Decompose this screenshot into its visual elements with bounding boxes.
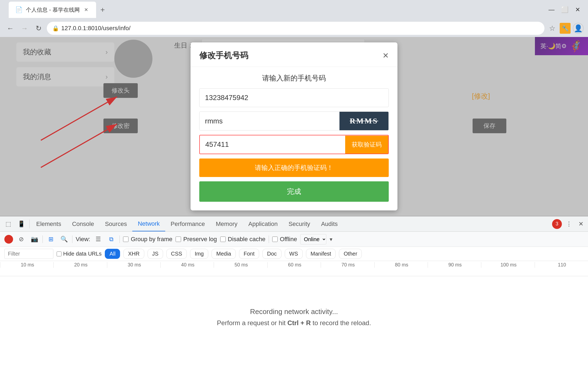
modal-subtitle: 请输入新的手机号码 (199, 73, 389, 83)
filter-other[interactable]: Other (339, 249, 362, 259)
captcha-image: RMMS (339, 112, 388, 130)
browser-tab[interactable]: 📄 个人信息 - 慕学在线网 ✕ (9, 2, 96, 18)
filter-all[interactable]: All (105, 249, 120, 259)
preserve-log-checkbox[interactable] (176, 237, 181, 242)
timeline-tick-10: 10 ms (0, 262, 53, 268)
toolbar-sep-1 (42, 235, 43, 243)
hide-data-urls-label[interactable]: Hide data URLs (57, 251, 102, 257)
camera-icon[interactable]: 📷 (29, 234, 39, 244)
window-controls: — ⬜ ✕ (546, 4, 584, 16)
empty-subtitle-prefix: Perform a request or hit (217, 319, 287, 327)
profile-icon[interactable]: 👤 (573, 23, 584, 34)
group-by-frame-label[interactable]: Group by frame (123, 236, 172, 243)
timeline-tick-40: 40 ms (160, 262, 214, 268)
tab-sources[interactable]: Sources (99, 216, 132, 231)
close-button[interactable]: ✕ (572, 4, 584, 16)
hide-data-urls-checkbox[interactable] (57, 251, 62, 256)
modal-close-button[interactable]: ✕ (382, 51, 389, 60)
search-icon[interactable]: 🔍 (59, 234, 69, 244)
timeline-tick-50: 50 ms (214, 262, 267, 268)
filter-input[interactable] (4, 249, 53, 259)
maximize-button[interactable]: ⬜ (559, 4, 571, 16)
waterfall-view-icon[interactable]: ⧉ (106, 234, 116, 244)
filter-bar: Hide data URLs All XHR JS CSS Img Media … (0, 247, 588, 261)
filter-font[interactable]: Font (239, 249, 259, 259)
tab-network[interactable]: Network (132, 216, 165, 231)
lock-icon: 🔒 (52, 25, 59, 32)
captcha-row: RMMS (199, 111, 389, 131)
device-toolbar-icon[interactable]: 📱 (14, 218, 28, 230)
tab-performance[interactable]: Performance (165, 216, 210, 231)
view-label: View: (76, 236, 90, 243)
offline-label[interactable]: Offline (272, 236, 297, 243)
devtools-panel: ⬚ 📱 Elements Console Sources Network Per… (0, 216, 588, 379)
submit-button[interactable]: 完成 (199, 181, 389, 202)
inspect-element-icon[interactable]: ⬚ (2, 218, 14, 230)
filter-js[interactable]: JS (148, 249, 163, 259)
empty-shortcut: Ctrl + R (287, 319, 311, 327)
tab-audits[interactable]: Audits (316, 216, 343, 231)
disable-cache-checkbox[interactable] (220, 237, 226, 242)
address-bar[interactable]: 🔒 127.0.0.1:8010/users/info/ (47, 22, 544, 35)
disable-cache-label[interactable]: Disable cache (220, 236, 265, 243)
tab-application[interactable]: Application (243, 216, 283, 231)
timeline-tick-80: 80 ms (374, 262, 428, 268)
modal-title: 修改手机号码 (199, 50, 248, 61)
timeline-tick-60: 60 ms (267, 262, 321, 268)
captcha-input[interactable] (200, 112, 339, 130)
minimize-button[interactable]: — (546, 4, 558, 16)
back-button[interactable]: ← (4, 22, 16, 34)
filter-doc[interactable]: Doc (262, 249, 281, 259)
toolbar-sep-4 (269, 235, 269, 243)
tab-elements[interactable]: Elements (31, 216, 67, 231)
tab-favicon: 📄 (15, 6, 23, 13)
filter-img[interactable]: Img (190, 249, 208, 259)
empty-title: Recording network activity... (250, 307, 338, 316)
filter-icon[interactable]: ⊞ (46, 234, 56, 244)
list-view-icon[interactable]: ☰ (93, 234, 103, 244)
modal-overlay: 修改手机号码 ✕ 请输入新的手机号码 RMMS (0, 37, 588, 216)
tab-memory[interactable]: Memory (210, 216, 243, 231)
timeline-tick-70: 70 ms (321, 262, 374, 268)
devtools-tab-bar: ⬚ 📱 Elements Console Sources Network Per… (0, 216, 588, 232)
empty-subtitle-suffix: to record the reload. (311, 319, 371, 327)
network-toolbar: ⊘ 📷 ⊞ 🔍 View: ☰ ⧉ Group by frame (0, 232, 588, 247)
filter-manifest[interactable]: Manifest (306, 249, 336, 259)
offline-checkbox[interactable] (272, 237, 278, 242)
throttle-down-icon[interactable]: ▾ (330, 236, 332, 243)
phone-input[interactable] (199, 88, 389, 107)
devtools-menu-icon[interactable]: ⋮ (564, 219, 574, 229)
group-by-frame-checkbox[interactable] (123, 237, 128, 242)
empty-state: Recording network activity... Perform a … (0, 276, 588, 358)
tab-title: 个人信息 - 慕学在线网 (26, 6, 80, 14)
error-badge[interactable]: 3 (552, 219, 562, 229)
error-bar: 请输入正确的手机验证码！ (199, 159, 389, 177)
stop-recording-icon[interactable]: ⊘ (16, 234, 26, 244)
code-input[interactable] (200, 135, 345, 154)
forward-button[interactable]: → (19, 22, 30, 34)
timeline-tick-90: 90 ms (428, 262, 481, 268)
new-tab-button[interactable]: + (98, 3, 107, 16)
filter-xhr[interactable]: XHR (123, 249, 144, 259)
tab-security[interactable]: Security (283, 216, 316, 231)
empty-subtitle: Perform a request or hit Ctrl + R to rec… (217, 319, 371, 327)
modal: 修改手机号码 ✕ 请输入新的手机号码 RMMS (191, 42, 397, 210)
star-icon[interactable]: ☆ (547, 23, 558, 34)
timeline-tick-30: 30 ms (107, 262, 160, 268)
modal-header: 修改手机号码 ✕ (191, 42, 397, 67)
network-throttle-select[interactable]: Online (300, 234, 326, 244)
tab-close-icon[interactable]: ✕ (83, 7, 90, 13)
toolbar-sep-3 (120, 235, 120, 243)
get-code-button[interactable]: 获取验证码 (345, 136, 388, 154)
filter-css[interactable]: CSS (166, 249, 187, 259)
refresh-button[interactable]: ↻ (33, 22, 45, 34)
filter-ws[interactable]: WS (285, 249, 303, 259)
record-button[interactable] (4, 235, 13, 244)
preserve-log-label[interactable]: Preserve log (176, 236, 217, 243)
tab-console[interactable]: Console (67, 216, 100, 231)
devtools-close-icon[interactable]: ✕ (576, 219, 586, 229)
extension-icon[interactable]: 🔧 (560, 23, 571, 34)
separator-1 (29, 220, 30, 228)
timeline-tick-100: 100 ms (481, 262, 534, 268)
filter-media[interactable]: Media (212, 249, 235, 259)
